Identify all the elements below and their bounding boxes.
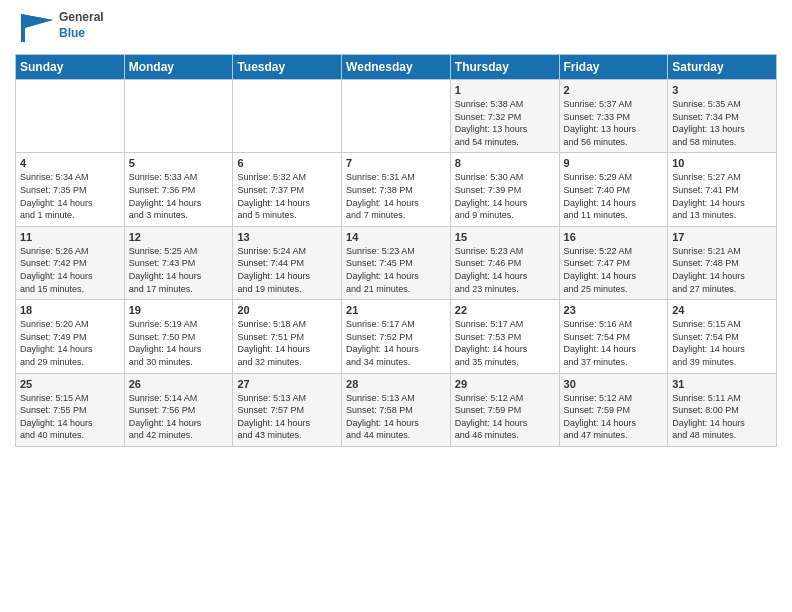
day-info: Sunrise: 5:20 AMSunset: 7:49 PMDaylight:… bbox=[20, 318, 120, 368]
week-row-4: 18Sunrise: 5:20 AMSunset: 7:49 PMDayligh… bbox=[16, 300, 777, 373]
day-number: 17 bbox=[672, 231, 772, 243]
day-info: Sunrise: 5:22 AMSunset: 7:47 PMDaylight:… bbox=[564, 245, 664, 295]
day-info: Sunrise: 5:32 AMSunset: 7:37 PMDaylight:… bbox=[237, 171, 337, 221]
day-cell: 12Sunrise: 5:25 AMSunset: 7:43 PMDayligh… bbox=[124, 226, 233, 299]
day-info: Sunrise: 5:13 AMSunset: 7:58 PMDaylight:… bbox=[346, 392, 446, 442]
weekday-sunday: Sunday bbox=[16, 55, 125, 80]
day-info: Sunrise: 5:17 AMSunset: 7:53 PMDaylight:… bbox=[455, 318, 555, 368]
weekday-header-row: SundayMondayTuesdayWednesdayThursdayFrid… bbox=[16, 55, 777, 80]
day-info: Sunrise: 5:35 AMSunset: 7:34 PMDaylight:… bbox=[672, 98, 772, 148]
header: General Blue bbox=[15, 10, 777, 46]
day-info: Sunrise: 5:27 AMSunset: 7:41 PMDaylight:… bbox=[672, 171, 772, 221]
day-cell: 11Sunrise: 5:26 AMSunset: 7:42 PMDayligh… bbox=[16, 226, 125, 299]
day-info: Sunrise: 5:30 AMSunset: 7:39 PMDaylight:… bbox=[455, 171, 555, 221]
day-cell: 16Sunrise: 5:22 AMSunset: 7:47 PMDayligh… bbox=[559, 226, 668, 299]
day-cell: 14Sunrise: 5:23 AMSunset: 7:45 PMDayligh… bbox=[342, 226, 451, 299]
day-number: 16 bbox=[564, 231, 664, 243]
day-cell bbox=[233, 80, 342, 153]
day-number: 14 bbox=[346, 231, 446, 243]
svg-marker-1 bbox=[21, 14, 53, 28]
week-row-5: 25Sunrise: 5:15 AMSunset: 7:55 PMDayligh… bbox=[16, 373, 777, 446]
day-cell bbox=[16, 80, 125, 153]
day-cell: 22Sunrise: 5:17 AMSunset: 7:53 PMDayligh… bbox=[450, 300, 559, 373]
day-info: Sunrise: 5:33 AMSunset: 7:36 PMDaylight:… bbox=[129, 171, 229, 221]
day-number: 30 bbox=[564, 378, 664, 390]
day-number: 18 bbox=[20, 304, 120, 316]
day-number: 27 bbox=[237, 378, 337, 390]
day-number: 29 bbox=[455, 378, 555, 390]
day-info: Sunrise: 5:15 AMSunset: 7:55 PMDaylight:… bbox=[20, 392, 120, 442]
day-number: 15 bbox=[455, 231, 555, 243]
day-cell: 10Sunrise: 5:27 AMSunset: 7:41 PMDayligh… bbox=[668, 153, 777, 226]
day-cell: 1Sunrise: 5:38 AMSunset: 7:32 PMDaylight… bbox=[450, 80, 559, 153]
day-number: 3 bbox=[672, 84, 772, 96]
day-cell: 9Sunrise: 5:29 AMSunset: 7:40 PMDaylight… bbox=[559, 153, 668, 226]
weekday-tuesday: Tuesday bbox=[233, 55, 342, 80]
day-cell: 21Sunrise: 5:17 AMSunset: 7:52 PMDayligh… bbox=[342, 300, 451, 373]
day-number: 13 bbox=[237, 231, 337, 243]
day-info: Sunrise: 5:21 AMSunset: 7:48 PMDaylight:… bbox=[672, 245, 772, 295]
day-info: Sunrise: 5:37 AMSunset: 7:33 PMDaylight:… bbox=[564, 98, 664, 148]
day-number: 24 bbox=[672, 304, 772, 316]
day-info: Sunrise: 5:15 AMSunset: 7:54 PMDaylight:… bbox=[672, 318, 772, 368]
day-cell bbox=[124, 80, 233, 153]
day-info: Sunrise: 5:23 AMSunset: 7:46 PMDaylight:… bbox=[455, 245, 555, 295]
day-cell: 31Sunrise: 5:11 AMSunset: 8:00 PMDayligh… bbox=[668, 373, 777, 446]
day-info: Sunrise: 5:11 AMSunset: 8:00 PMDaylight:… bbox=[672, 392, 772, 442]
day-cell: 29Sunrise: 5:12 AMSunset: 7:59 PMDayligh… bbox=[450, 373, 559, 446]
day-cell: 7Sunrise: 5:31 AMSunset: 7:38 PMDaylight… bbox=[342, 153, 451, 226]
day-cell: 13Sunrise: 5:24 AMSunset: 7:44 PMDayligh… bbox=[233, 226, 342, 299]
day-number: 5 bbox=[129, 157, 229, 169]
logo-text: General Blue bbox=[59, 10, 104, 41]
day-number: 6 bbox=[237, 157, 337, 169]
day-cell: 30Sunrise: 5:12 AMSunset: 7:59 PMDayligh… bbox=[559, 373, 668, 446]
day-number: 8 bbox=[455, 157, 555, 169]
day-number: 21 bbox=[346, 304, 446, 316]
day-cell: 18Sunrise: 5:20 AMSunset: 7:49 PMDayligh… bbox=[16, 300, 125, 373]
day-info: Sunrise: 5:29 AMSunset: 7:40 PMDaylight:… bbox=[564, 171, 664, 221]
day-info: Sunrise: 5:23 AMSunset: 7:45 PMDaylight:… bbox=[346, 245, 446, 295]
day-info: Sunrise: 5:14 AMSunset: 7:56 PMDaylight:… bbox=[129, 392, 229, 442]
day-cell: 6Sunrise: 5:32 AMSunset: 7:37 PMDaylight… bbox=[233, 153, 342, 226]
day-cell: 20Sunrise: 5:18 AMSunset: 7:51 PMDayligh… bbox=[233, 300, 342, 373]
day-cell: 26Sunrise: 5:14 AMSunset: 7:56 PMDayligh… bbox=[124, 373, 233, 446]
weekday-monday: Monday bbox=[124, 55, 233, 80]
logo: General Blue bbox=[15, 10, 104, 46]
day-info: Sunrise: 5:31 AMSunset: 7:38 PMDaylight:… bbox=[346, 171, 446, 221]
day-cell: 27Sunrise: 5:13 AMSunset: 7:57 PMDayligh… bbox=[233, 373, 342, 446]
day-info: Sunrise: 5:24 AMSunset: 7:44 PMDaylight:… bbox=[237, 245, 337, 295]
day-number: 20 bbox=[237, 304, 337, 316]
day-number: 1 bbox=[455, 84, 555, 96]
weekday-friday: Friday bbox=[559, 55, 668, 80]
day-number: 22 bbox=[455, 304, 555, 316]
day-number: 4 bbox=[20, 157, 120, 169]
day-cell: 28Sunrise: 5:13 AMSunset: 7:58 PMDayligh… bbox=[342, 373, 451, 446]
day-info: Sunrise: 5:13 AMSunset: 7:57 PMDaylight:… bbox=[237, 392, 337, 442]
day-number: 23 bbox=[564, 304, 664, 316]
page: General Blue SundayMondayTuesdayWednesda… bbox=[0, 0, 792, 612]
day-info: Sunrise: 5:17 AMSunset: 7:52 PMDaylight:… bbox=[346, 318, 446, 368]
day-cell: 24Sunrise: 5:15 AMSunset: 7:54 PMDayligh… bbox=[668, 300, 777, 373]
weekday-thursday: Thursday bbox=[450, 55, 559, 80]
day-number: 26 bbox=[129, 378, 229, 390]
week-row-3: 11Sunrise: 5:26 AMSunset: 7:42 PMDayligh… bbox=[16, 226, 777, 299]
day-cell: 23Sunrise: 5:16 AMSunset: 7:54 PMDayligh… bbox=[559, 300, 668, 373]
calendar-table: SundayMondayTuesdayWednesdayThursdayFrid… bbox=[15, 54, 777, 447]
day-number: 10 bbox=[672, 157, 772, 169]
day-number: 12 bbox=[129, 231, 229, 243]
logo-svg bbox=[15, 10, 57, 46]
day-info: Sunrise: 5:12 AMSunset: 7:59 PMDaylight:… bbox=[564, 392, 664, 442]
day-cell: 5Sunrise: 5:33 AMSunset: 7:36 PMDaylight… bbox=[124, 153, 233, 226]
day-number: 2 bbox=[564, 84, 664, 96]
day-info: Sunrise: 5:16 AMSunset: 7:54 PMDaylight:… bbox=[564, 318, 664, 368]
day-number: 28 bbox=[346, 378, 446, 390]
day-cell: 17Sunrise: 5:21 AMSunset: 7:48 PMDayligh… bbox=[668, 226, 777, 299]
day-number: 19 bbox=[129, 304, 229, 316]
day-info: Sunrise: 5:38 AMSunset: 7:32 PMDaylight:… bbox=[455, 98, 555, 148]
weekday-saturday: Saturday bbox=[668, 55, 777, 80]
day-number: 7 bbox=[346, 157, 446, 169]
day-info: Sunrise: 5:26 AMSunset: 7:42 PMDaylight:… bbox=[20, 245, 120, 295]
day-cell: 3Sunrise: 5:35 AMSunset: 7:34 PMDaylight… bbox=[668, 80, 777, 153]
day-number: 25 bbox=[20, 378, 120, 390]
weekday-wednesday: Wednesday bbox=[342, 55, 451, 80]
